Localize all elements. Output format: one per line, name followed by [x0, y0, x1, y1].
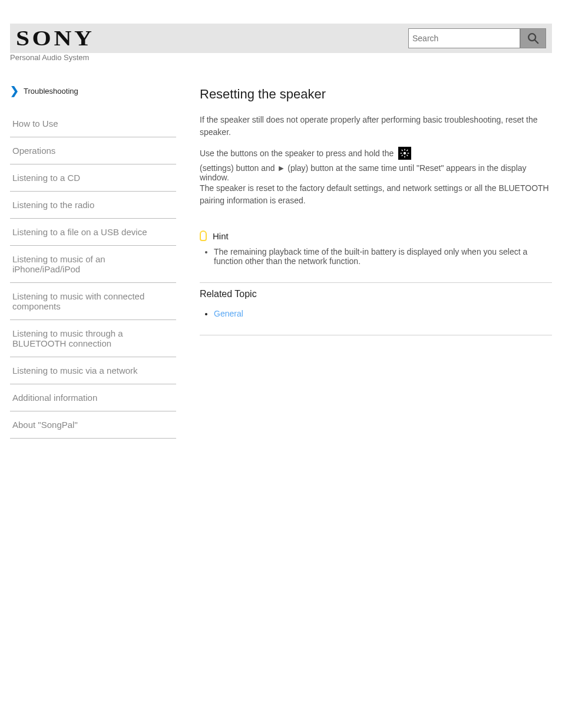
article-text: (settings) button and ► (play) button at… [200, 163, 552, 182]
sidebar-item[interactable]: Operations [10, 137, 176, 164]
svg-rect-8 [406, 154, 408, 156]
sidebar-item[interactable]: About "SongPal" [10, 411, 176, 439]
sidebar-item[interactable]: Listening to a CD [10, 164, 176, 192]
chevron-right-icon: ❯ [10, 85, 19, 96]
sidebar-item[interactable]: Listening to the radio [10, 192, 176, 219]
article-paragraph: The speaker is reset to the factory defa… [200, 182, 552, 207]
sidebar-item[interactable]: How to Use [10, 110, 176, 137]
search-input[interactable] [408, 28, 520, 48]
brand-logo: SONY [16, 26, 94, 51]
article-text: Use the buttons on the speaker to press … [200, 149, 394, 158]
search-icon [527, 32, 540, 45]
sidebar: ❯ Troubleshooting How to Use Operations … [10, 85, 176, 439]
svg-rect-6 [408, 153, 409, 153]
hint-label: Hint [213, 231, 229, 241]
svg-point-2 [404, 152, 406, 154]
related-heading: Related Topic [200, 289, 552, 299]
sidebar-item[interactable]: Listening to music via a network [10, 357, 176, 384]
search-box [408, 28, 546, 48]
separator [200, 282, 552, 283]
svg-rect-4 [405, 156, 405, 158]
search-button[interactable] [520, 28, 546, 48]
breadcrumb-label: Troubleshooting [24, 87, 78, 95]
svg-line-1 [535, 40, 538, 44]
svg-rect-10 [401, 154, 403, 156]
main-content: Resetting the speaker If the speaker sti… [176, 85, 552, 439]
list-item: General [214, 309, 552, 318]
sidebar-item[interactable]: Additional information [10, 384, 176, 411]
sidebar-item[interactable]: Listening to music of an iPhone/iPad/iPo… [10, 246, 176, 283]
related-list: General [200, 309, 552, 318]
site-title: Personal Audio System [10, 53, 552, 62]
sidebar-item[interactable]: Listening to music with connected compon… [10, 283, 176, 320]
related-link[interactable]: General [214, 309, 243, 318]
sidebar-nav: How to Use Operations Listening to a CD … [10, 110, 176, 439]
breadcrumb[interactable]: ❯ Troubleshooting [10, 85, 176, 96]
svg-rect-7 [401, 150, 403, 151]
separator [200, 335, 552, 335]
article-paragraph: Use the buttons on the speaker to press … [200, 147, 552, 182]
svg-rect-5 [401, 153, 402, 153]
sidebar-item[interactable]: Listening to a file on a USB device [10, 219, 176, 246]
hint-heading: Hint [200, 230, 552, 241]
hint-icon [200, 230, 207, 241]
settings-icon [398, 147, 411, 160]
sidebar-item[interactable]: Listening to music through a BLUETOOTH c… [10, 320, 176, 357]
hint-list: The remaining playback time of the built… [200, 247, 552, 266]
header-bar: SONY [10, 24, 552, 53]
svg-rect-9 [406, 150, 408, 151]
article-paragraph: If the speaker still does not operate pr… [200, 114, 552, 139]
list-item: The remaining playback time of the built… [214, 247, 552, 266]
svg-rect-3 [405, 149, 405, 151]
page-title: Resetting the speaker [200, 87, 552, 102]
